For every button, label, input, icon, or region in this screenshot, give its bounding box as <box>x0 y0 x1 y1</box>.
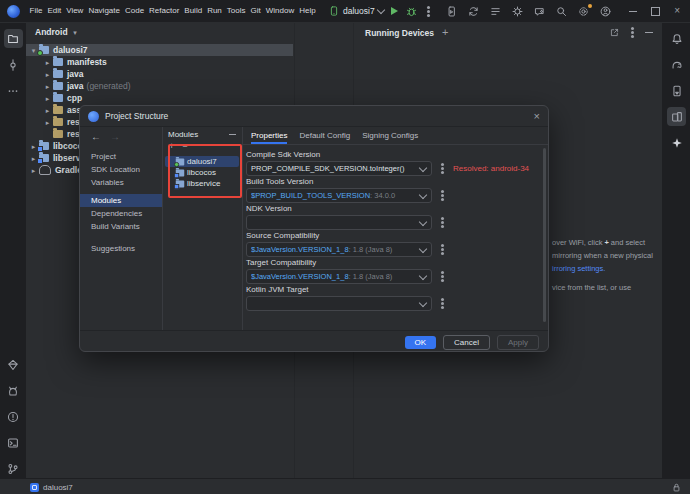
project-view-selector[interactable]: Android ▾ <box>35 27 80 37</box>
field-options-kebab-icon[interactable] <box>441 248 444 251</box>
add-module-button[interactable]: + <box>169 142 174 151</box>
remove-module-button[interactable]: − <box>182 142 187 151</box>
ok-button[interactable]: OK <box>405 336 437 349</box>
add-device-button[interactable]: + <box>442 28 448 37</box>
field-options-kebab-icon[interactable] <box>441 275 444 278</box>
version-control-button[interactable] <box>4 459 23 478</box>
field-options-kebab-icon[interactable] <box>441 221 444 224</box>
app-quality-insights-button[interactable] <box>4 355 23 374</box>
chevron-right-icon: ▸ <box>43 70 52 79</box>
combo-value: $JavaVersion.VERSION_1_8: 1.8 (Java 8) <box>251 272 416 281</box>
forward-arrow-icon[interactable]: → <box>110 132 120 142</box>
device-selector[interactable]: daluosi7 <box>328 4 384 18</box>
menu-navigate[interactable]: Navigate <box>86 4 123 18</box>
target-compatibility-combo[interactable]: $JavaVersion.VERSION_1_8: 1.8 (Java 8) <box>246 269 432 284</box>
status-project-widget[interactable]: daluosi7 <box>30 483 73 492</box>
cancel-button[interactable]: Cancel <box>443 335 490 350</box>
hide-modules-list-button[interactable] <box>229 134 236 135</box>
project-structure-icon <box>88 111 99 122</box>
build-icon[interactable] <box>511 5 524 18</box>
tab-default-config[interactable]: Default Config <box>299 127 350 144</box>
tab-signing-configs[interactable]: Signing Configs <box>362 127 418 144</box>
ndk-version-combo[interactable] <box>246 215 432 230</box>
menu-file[interactable]: File <box>27 4 45 18</box>
logcat-button[interactable] <box>4 381 23 400</box>
nav-item-build-variants[interactable]: Build Variants <box>80 220 162 233</box>
module-item-libservice[interactable]: libservice <box>165 178 239 189</box>
window-minimize-button[interactable] <box>629 11 637 12</box>
search-icon[interactable] <box>555 5 568 18</box>
kotlin-jvm-target-combo[interactable] <box>246 296 432 311</box>
field-options-kebab-icon[interactable] <box>441 302 444 305</box>
tree-item-java-generated[interactable]: ▸ java (generated) <box>26 80 293 92</box>
lock-status-icon[interactable] <box>671 482 682 493</box>
problems-button[interactable] <box>4 407 23 426</box>
chevron-right-icon: ▸ <box>43 82 52 91</box>
dialog-close-button[interactable]: × <box>534 111 540 122</box>
tree-item-label: java <box>67 69 84 79</box>
panel-options-kebab-icon[interactable] <box>631 31 634 34</box>
library-module-folder-icon <box>176 169 185 176</box>
nav-item-modules[interactable]: Modules <box>80 194 162 207</box>
menu-view[interactable]: View <box>64 4 86 18</box>
field-label: Target Compatibility <box>246 258 540 267</box>
terminal-button[interactable] <box>4 433 23 452</box>
debug-button[interactable] <box>405 5 418 18</box>
source-compatibility-combo[interactable]: $JavaVersion.VERSION_1_8: 1.8 (Java 8) <box>246 242 432 257</box>
compile-sdk-version-combo[interactable]: PROP_COMPILE_SDK_VERSION.toInteger() <box>246 161 432 176</box>
device-explorer-button[interactable] <box>667 81 686 100</box>
module-item-libcocos[interactable]: libcocos <box>165 167 239 178</box>
dialog-footer: OK Cancel Apply <box>80 330 548 353</box>
menu-help[interactable]: Help <box>297 4 318 18</box>
module-item-daluosi7[interactable]: daluosi7 <box>165 156 239 167</box>
menu-git[interactable]: Git <box>248 4 263 18</box>
nav-item-dependencies[interactable]: Dependencies <box>80 207 162 220</box>
back-arrow-icon[interactable]: ← <box>91 132 101 142</box>
notifications-button[interactable] <box>667 29 686 48</box>
menu-refactor[interactable]: Refactor <box>147 4 182 18</box>
open-in-new-window-icon[interactable] <box>609 27 620 38</box>
tree-item-manifests[interactable]: ▸ manifests <box>26 56 293 68</box>
todo-list-icon[interactable] <box>489 5 502 18</box>
run-options-kebab-icon[interactable] <box>427 10 430 13</box>
tree-item-cpp[interactable]: ▸ cpp <box>26 92 293 104</box>
menu-edit[interactable]: Edit <box>45 4 64 18</box>
tree-item-daluosi7[interactable]: ▾ daluosi7 <box>26 44 293 56</box>
mirroring-settings-link[interactable]: irroring settings. <box>552 264 605 273</box>
device-manager-icon[interactable] <box>445 5 458 18</box>
android-module-folder-icon <box>176 158 185 165</box>
menu-build[interactable]: Build <box>182 4 205 18</box>
gemini-button[interactable] <box>667 133 686 152</box>
running-devices-button[interactable] <box>667 107 686 126</box>
field-options-kebab-icon[interactable] <box>441 167 444 170</box>
window-close-button[interactable]: × <box>674 6 680 16</box>
commit-tool-button[interactable] <box>4 55 23 74</box>
title-bar: File Edit View Navigate Code Refactor Bu… <box>0 0 690 23</box>
menu-run[interactable]: Run <box>205 4 225 18</box>
chevron-right-icon: ▸ <box>43 106 52 115</box>
chevron-down-icon: ▾ <box>71 28 80 37</box>
tab-properties[interactable]: Properties <box>251 127 287 144</box>
more-tools-button[interactable] <box>4 81 23 100</box>
hide-panel-button[interactable] <box>645 32 653 33</box>
gradle-button[interactable] <box>667 55 686 74</box>
sync-icon[interactable] <box>467 5 480 18</box>
nav-item-variables[interactable]: Variables <box>80 176 162 189</box>
ai-assistant-icon[interactable] <box>533 5 546 18</box>
nav-item-project[interactable]: Project <box>80 150 162 163</box>
tree-item-java[interactable]: ▸ java <box>26 68 293 80</box>
run-button[interactable] <box>391 7 398 15</box>
project-tool-button[interactable] <box>4 29 23 48</box>
properties-scrollbar[interactable] <box>543 148 546 322</box>
settings-icon[interactable] <box>577 5 590 18</box>
apply-button[interactable]: Apply <box>497 335 539 350</box>
nav-item-sdk-location[interactable]: SDK Location <box>80 163 162 176</box>
menu-code[interactable]: Code <box>122 4 146 18</box>
nav-item-suggestions[interactable]: Suggestions <box>80 242 162 255</box>
menu-tools[interactable]: Tools <box>224 4 248 18</box>
build-tools-version-combo[interactable]: $PROP_BUILD_TOOLS_VERSION: 34.0.0 <box>246 188 432 203</box>
account-icon[interactable] <box>599 5 612 18</box>
menu-window[interactable]: Window <box>263 4 296 18</box>
window-maximize-button[interactable] <box>651 7 660 16</box>
field-options-kebab-icon[interactable] <box>441 194 444 197</box>
